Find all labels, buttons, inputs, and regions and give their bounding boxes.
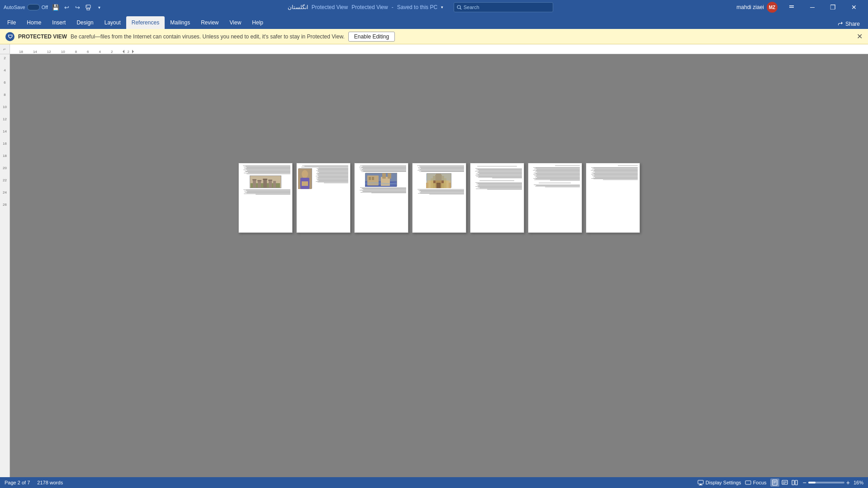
tab-view[interactable]: View bbox=[224, 16, 247, 29]
svg-rect-15 bbox=[263, 179, 267, 180]
svg-rect-42 bbox=[700, 484, 702, 485]
print-preview-button[interactable] bbox=[83, 2, 93, 12]
svg-rect-53 bbox=[792, 480, 794, 485]
page-2[interactable] bbox=[296, 163, 351, 233]
dropdown-icon[interactable]: ▾ bbox=[441, 5, 443, 9]
zoom-level: 16% bbox=[854, 480, 863, 485]
doc-view-mode: Protected View bbox=[312, 4, 348, 10]
autosave-label: AutoSave bbox=[4, 5, 25, 10]
document-area[interactable] bbox=[10, 54, 868, 477]
customize-qat-icon[interactable]: ▾ bbox=[94, 2, 104, 12]
save-button[interactable]: 💾 bbox=[51, 2, 61, 12]
page-6[interactable] bbox=[528, 163, 582, 233]
page-3[interactable] bbox=[354, 163, 408, 233]
svg-rect-45 bbox=[773, 480, 777, 485]
protected-view-message: Be careful—files from the Internet can c… bbox=[71, 33, 345, 40]
doc-view-mode-text: Protected View bbox=[351, 4, 388, 10]
tab-help[interactable]: Help bbox=[247, 16, 269, 29]
svg-rect-16 bbox=[269, 180, 272, 188]
ribbon-display-button[interactable] bbox=[781, 0, 802, 14]
svg-rect-10 bbox=[253, 180, 256, 188]
search-box[interactable] bbox=[454, 2, 553, 12]
zoom-in-button[interactable]: + bbox=[846, 479, 850, 486]
quick-access-toolbar: 💾 ↩ ↪ ▾ bbox=[51, 2, 104, 12]
autosave-area[interactable]: AutoSave Off bbox=[4, 4, 48, 10]
svg-rect-18 bbox=[273, 181, 276, 188]
ruler-area: ⌐ 18 14 12 10 8 6 4 2 2 bbox=[0, 44, 868, 54]
title-bar-left: AutoSave Off 💾 ↩ ↪ ▾ bbox=[4, 2, 104, 12]
read-mode-view-button[interactable] bbox=[790, 479, 799, 487]
close-button[interactable]: ✕ bbox=[844, 0, 864, 14]
save-location: Saved to this PC bbox=[397, 4, 437, 10]
page-1[interactable] bbox=[238, 163, 293, 233]
svg-rect-44 bbox=[745, 481, 751, 484]
svg-rect-39 bbox=[441, 180, 444, 183]
svg-rect-12 bbox=[258, 180, 261, 188]
minimize-button[interactable]: ─ bbox=[802, 0, 823, 14]
undo-button[interactable]: ↩ bbox=[62, 2, 71, 12]
svg-rect-26 bbox=[369, 177, 371, 180]
autosave-toggle[interactable] bbox=[27, 4, 40, 10]
avatar: MZ bbox=[767, 2, 778, 13]
page-5[interactable] bbox=[470, 163, 524, 233]
print-layout-view-button[interactable] bbox=[770, 479, 779, 487]
window-controls: ─ ❐ ✕ bbox=[781, 0, 864, 14]
page-7-content bbox=[586, 163, 640, 182]
protected-view-close-button[interactable]: ✕ bbox=[857, 32, 863, 41]
autosave-state: Off bbox=[42, 5, 48, 10]
zoom-slider[interactable] bbox=[808, 482, 844, 483]
page-4[interactable] bbox=[412, 163, 466, 233]
restore-button[interactable]: ❐ bbox=[823, 0, 844, 14]
tab-home[interactable]: Home bbox=[21, 16, 47, 29]
page-3-image bbox=[365, 173, 397, 186]
page-4-content bbox=[413, 163, 466, 196]
web-layout-view-button[interactable] bbox=[780, 479, 789, 487]
svg-line-4 bbox=[460, 8, 461, 9]
page-3-content bbox=[355, 163, 408, 195]
protected-view-bar: 🛡 PROTECTED VIEW Be careful—files from t… bbox=[0, 29, 868, 44]
tab-insert[interactable]: Insert bbox=[47, 16, 71, 29]
page-7[interactable] bbox=[586, 163, 640, 233]
svg-rect-13 bbox=[257, 180, 261, 181]
display-settings-label: Display Settings bbox=[706, 480, 741, 485]
protected-view-icon: 🛡 bbox=[5, 32, 14, 41]
display-settings-button[interactable]: Display Settings bbox=[697, 479, 741, 486]
search-icon bbox=[457, 5, 462, 10]
share-label: Share bbox=[845, 21, 860, 27]
tab-mailings[interactable]: Mailings bbox=[165, 16, 195, 29]
tab-design[interactable]: Design bbox=[71, 16, 99, 29]
zoom-out-button[interactable]: − bbox=[803, 479, 806, 486]
tab-references[interactable]: References bbox=[126, 16, 165, 29]
svg-rect-5 bbox=[789, 5, 794, 6]
svg-rect-30 bbox=[388, 173, 391, 179]
tab-file[interactable]: File bbox=[2, 16, 21, 29]
view-buttons bbox=[770, 479, 799, 487]
word-count: 2178 words bbox=[37, 480, 63, 485]
svg-point-3 bbox=[457, 5, 460, 9]
ribbon-tabs: File Home Insert Design Layout Reference… bbox=[0, 14, 868, 29]
vertical-ruler: 2 4 6 8 10 12 14 16 18 20 22 24 26 bbox=[0, 54, 10, 477]
status-left: Page 2 of 7 2178 words bbox=[5, 480, 63, 485]
user-area[interactable]: mahdi ziaei MZ bbox=[736, 2, 778, 13]
tab-review[interactable]: Review bbox=[195, 16, 224, 29]
display-settings-icon bbox=[697, 479, 704, 486]
title-bar-right: mahdi ziaei MZ ─ ❐ ✕ bbox=[736, 0, 864, 14]
doc-title: انگلستان bbox=[288, 4, 308, 10]
title-center: انگلستان Protected View Protected View -… bbox=[288, 2, 553, 12]
enable-editing-button[interactable]: Enable Editing bbox=[348, 32, 395, 42]
share-button[interactable]: Share bbox=[831, 19, 866, 29]
tab-layout[interactable]: Layout bbox=[99, 16, 126, 29]
focus-button[interactable]: Focus bbox=[745, 479, 767, 486]
page-1-content bbox=[239, 163, 292, 197]
page-4-image bbox=[427, 173, 451, 188]
separator: - bbox=[392, 4, 394, 10]
svg-rect-17 bbox=[268, 180, 272, 181]
ruler-corner[interactable]: ⌐ bbox=[0, 44, 10, 54]
svg-rect-54 bbox=[795, 480, 797, 485]
redo-button[interactable]: ↪ bbox=[72, 2, 82, 12]
search-input[interactable] bbox=[464, 5, 545, 10]
v-ruler-marks: 2 4 6 8 10 12 14 16 18 20 22 24 26 bbox=[3, 54, 7, 207]
svg-rect-2 bbox=[86, 6, 87, 6]
zoom-control: − + 16% bbox=[803, 479, 863, 486]
svg-rect-41 bbox=[698, 480, 703, 484]
